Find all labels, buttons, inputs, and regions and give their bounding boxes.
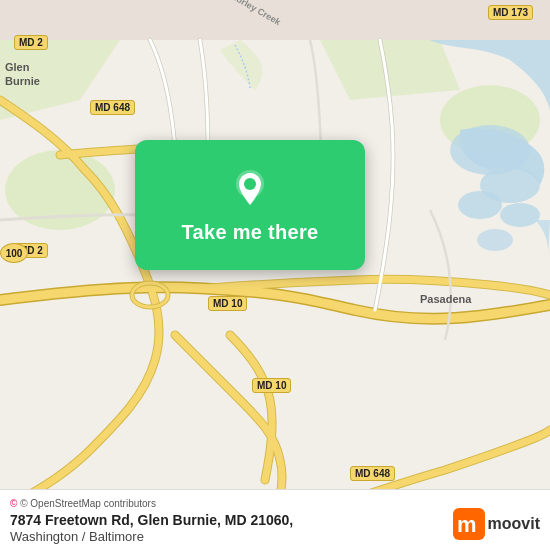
address-line: 7874 Freetown Rd, Glen Burnie, MD 21060, [10, 512, 293, 528]
road-label-md10-low: MD 10 [252, 378, 291, 393]
road-label-md2-top: MD 2 [14, 35, 48, 50]
svg-point-13 [244, 178, 256, 190]
road-label-md648-bot: MD 648 [350, 466, 395, 481]
map-container: GlenBurnie Pasadena Norley Creek MD 2 MD… [0, 0, 550, 550]
road-label-md100: 100 [0, 243, 28, 263]
moovit-logo-icon: m [453, 508, 485, 540]
road-label-md648-left: MD 648 [90, 100, 135, 115]
svg-text:m: m [457, 512, 477, 537]
location-pin-icon [228, 167, 272, 211]
osm-copyright-symbol: © [10, 498, 17, 509]
moovit-text: moovit [488, 515, 540, 533]
bottom-bar: © © OpenStreetMap contributors 7874 Free… [0, 489, 550, 550]
svg-point-7 [458, 191, 502, 219]
road-label-md10-mid: MD 10 [208, 296, 247, 311]
moovit-logo: m moovit [453, 508, 540, 540]
take-me-there-label: Take me there [182, 221, 319, 244]
take-me-there-button[interactable]: Take me there [135, 140, 365, 270]
road-label-md173: MD 173 [488, 5, 533, 20]
city-line: Washington / Baltimore [10, 529, 293, 544]
svg-point-8 [500, 203, 540, 227]
svg-point-9 [477, 229, 513, 251]
osm-credit-text: © OpenStreetMap contributors [20, 498, 156, 509]
